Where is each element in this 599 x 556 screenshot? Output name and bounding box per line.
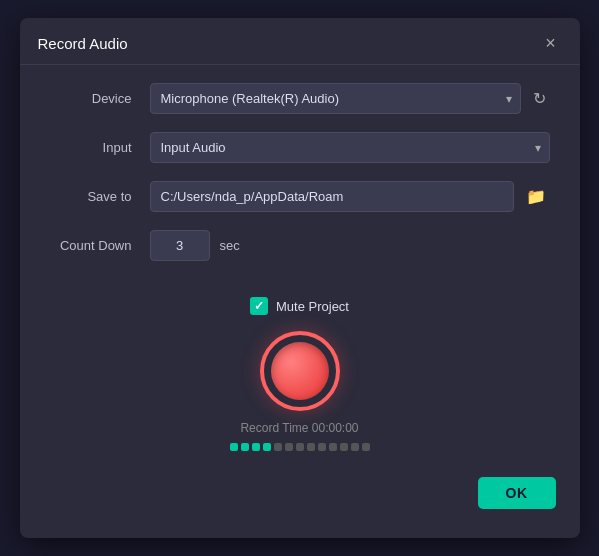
audio-bar <box>252 443 260 451</box>
bottom-area: OK <box>20 467 580 513</box>
countdown-input[interactable] <box>150 230 210 261</box>
countdown-label: Count Down <box>50 238 150 253</box>
audio-bar <box>274 443 282 451</box>
record-button[interactable] <box>260 331 340 411</box>
input-select-wrapper[interactable]: Input Audio Stereo Mix ▾ <box>150 132 550 163</box>
countdown-row: Count Down sec <box>50 230 550 261</box>
saveto-label: Save to <box>50 189 150 204</box>
device-refresh-button[interactable]: ↻ <box>529 85 550 112</box>
audio-visualizer <box>230 443 370 451</box>
audio-bar <box>351 443 359 451</box>
device-select[interactable]: Microphone (Realtek(R) Audio) Default De… <box>151 84 520 113</box>
device-select-wrapper[interactable]: Microphone (Realtek(R) Audio) Default De… <box>150 83 521 114</box>
audio-bar <box>318 443 326 451</box>
input-label: Input <box>50 140 150 155</box>
mute-checkbox[interactable] <box>250 297 268 315</box>
close-button[interactable]: × <box>540 32 562 54</box>
record-area: Record Time 00:00:00 <box>20 331 580 451</box>
sec-label: sec <box>220 238 240 253</box>
input-select[interactable]: Input Audio Stereo Mix <box>151 133 549 162</box>
record-inner-circle <box>271 342 329 400</box>
input-row: Input Input Audio Stereo Mix ▾ <box>50 132 550 163</box>
record-audio-dialog: Record Audio × Device Microphone (Realte… <box>20 18 580 538</box>
ok-button[interactable]: OK <box>478 477 556 509</box>
record-time: Record Time 00:00:00 <box>240 421 358 435</box>
form-area: Device Microphone (Realtek(R) Audio) Def… <box>20 65 580 289</box>
device-row: Device Microphone (Realtek(R) Audio) Def… <box>50 83 550 114</box>
audio-bar <box>285 443 293 451</box>
title-bar: Record Audio × <box>20 18 580 65</box>
audio-bar <box>296 443 304 451</box>
folder-icon: 📁 <box>526 188 546 205</box>
audio-bar <box>241 443 249 451</box>
audio-bar <box>307 443 315 451</box>
saveto-row: Save to C:/Users/nda_p/AppData/Roam 📁 <box>50 181 550 212</box>
audio-bar <box>362 443 370 451</box>
device-label: Device <box>50 91 150 106</box>
mute-label: Mute Project <box>276 299 349 314</box>
audio-bar <box>230 443 238 451</box>
audio-bar <box>263 443 271 451</box>
saveto-path: C:/Users/nda_p/AppData/Roam <box>150 181 514 212</box>
mute-row: Mute Project <box>20 297 580 315</box>
audio-bar <box>340 443 348 451</box>
audio-bar <box>329 443 337 451</box>
folder-browse-button[interactable]: 📁 <box>522 183 550 210</box>
dialog-title: Record Audio <box>38 35 128 52</box>
